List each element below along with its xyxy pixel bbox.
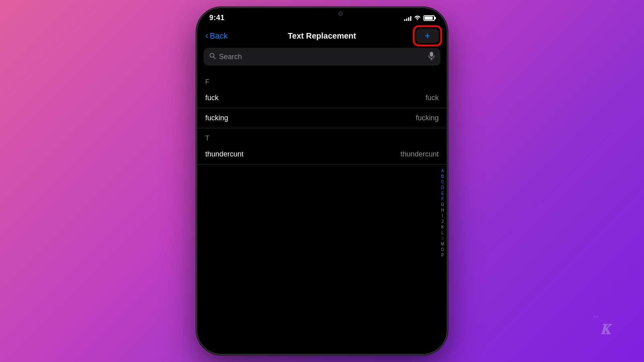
alpha-L[interactable]: L bbox=[442, 230, 444, 236]
add-button-wrapper: + bbox=[416, 29, 439, 43]
bar4 bbox=[410, 16, 411, 21]
mic-icon bbox=[428, 52, 435, 62]
bar2 bbox=[406, 19, 407, 21]
list-item[interactable]: fucking fucking bbox=[197, 108, 447, 128]
section-header-t: T bbox=[197, 128, 447, 144]
status-time: 9:41 bbox=[209, 14, 225, 22]
alpha-symbol[interactable]: ☆ bbox=[441, 236, 444, 241]
main-content: F fuck fuck fucking fucking T thundercun… bbox=[197, 72, 447, 354]
phone-frame: 9:41 bbox=[197, 8, 447, 354]
screen: 9:41 bbox=[197, 8, 447, 354]
alpha-P[interactable]: P bbox=[441, 253, 444, 258]
search-container: Search bbox=[197, 48, 447, 72]
list-item[interactable]: thundercunt thundercunt bbox=[197, 144, 447, 165]
item-phrase: fuck bbox=[205, 94, 219, 102]
notch bbox=[290, 8, 354, 21]
search-placeholder: Search bbox=[219, 53, 425, 61]
section-header-f: F bbox=[197, 72, 447, 88]
alpha-G[interactable]: G bbox=[441, 202, 444, 208]
alpha-O[interactable]: O bbox=[441, 247, 444, 253]
alpha-C[interactable]: C bbox=[441, 179, 444, 185]
watermark-k: 𝑲 bbox=[601, 321, 612, 337]
alphabet-index[interactable]: A B C D E F G H I J K L ☆ M O P bbox=[441, 168, 444, 258]
list-item[interactable]: fuck fuck bbox=[197, 88, 447, 108]
bar3 bbox=[408, 17, 409, 21]
item-shortcut: thundercunt bbox=[400, 150, 439, 158]
nav-bar: ‹ Back Text Replacement + bbox=[197, 25, 447, 48]
watermark-dots: ·· bbox=[593, 313, 599, 321]
alpha-I[interactable]: I bbox=[442, 213, 443, 219]
item-shortcut: fucking bbox=[416, 114, 439, 122]
back-button[interactable]: ‹ Back bbox=[205, 31, 228, 41]
back-chevron-icon: ‹ bbox=[205, 31, 208, 41]
search-bar[interactable]: Search bbox=[204, 48, 440, 66]
nav-title: Text Replacement bbox=[288, 31, 356, 41]
add-button-highlight bbox=[413, 25, 442, 46]
alpha-J[interactable]: J bbox=[442, 219, 444, 224]
alpha-K[interactable]: K bbox=[441, 224, 444, 230]
signal-bars-icon bbox=[404, 15, 411, 21]
wifi-icon bbox=[414, 14, 421, 21]
camera-notch bbox=[338, 11, 343, 16]
item-phrase: thundercunt bbox=[205, 150, 244, 158]
status-icons bbox=[404, 14, 435, 21]
svg-rect-2 bbox=[430, 52, 433, 57]
alpha-A[interactable]: A bbox=[441, 168, 444, 174]
alpha-D[interactable]: D bbox=[441, 185, 444, 191]
item-phrase: fucking bbox=[205, 114, 228, 122]
watermark: ·· 𝑲 bbox=[601, 321, 612, 338]
item-shortcut: fuck bbox=[425, 94, 439, 102]
back-label: Back bbox=[210, 31, 227, 41]
alpha-H[interactable]: H bbox=[441, 208, 444, 213]
alpha-B[interactable]: B bbox=[441, 174, 444, 179]
alpha-F[interactable]: F bbox=[441, 196, 444, 202]
search-icon bbox=[209, 53, 216, 61]
bar1 bbox=[404, 19, 405, 21]
svg-line-1 bbox=[214, 57, 216, 59]
alpha-M[interactable]: M bbox=[441, 241, 444, 247]
alpha-E[interactable]: E bbox=[441, 191, 444, 196]
battery-icon bbox=[423, 15, 435, 21]
